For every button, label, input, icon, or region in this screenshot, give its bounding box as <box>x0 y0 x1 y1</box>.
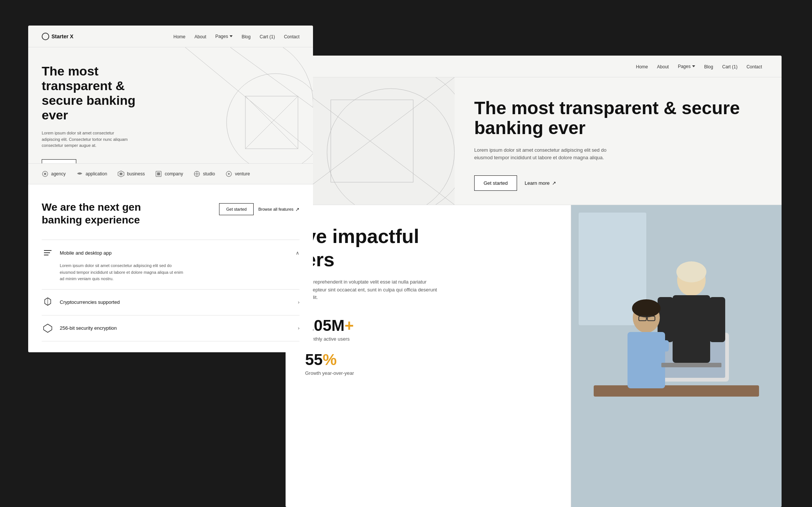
svg-rect-21 <box>661 363 721 367</box>
feature-item-mobile[interactable]: Mobile and desktop app ∧ Lorem ipsum dol… <box>42 240 299 290</box>
brand-label-application: application <box>86 171 107 177</box>
svg-point-26 <box>227 74 313 164</box>
back-nav-home[interactable]: Home <box>636 64 648 69</box>
feature-item-security[interactable]: 256-bit security encryption › <box>42 315 299 341</box>
brand-item-business[interactable]: business <box>118 171 145 177</box>
front-hero-geometry <box>155 47 313 164</box>
features-header: We are the next gen banking experience G… <box>42 201 299 226</box>
front-nav-pages-link[interactable]: Pages <box>215 34 228 39</box>
back-nav-cart[interactable]: Cart (1) <box>722 64 738 69</box>
back-nav-pages[interactable]: Pages <box>678 64 695 69</box>
security-icon <box>42 322 54 334</box>
business-icon <box>118 171 124 177</box>
mobile-app-label: Mobile and desktop app <box>60 250 112 256</box>
front-nav: Starter X Home About Pages Blog Cart (1)… <box>28 26 313 47</box>
back-nav: Home About Pages Blog Cart (1) Contact <box>286 56 782 77</box>
front-brand-bar: agency application business company <box>28 164 313 184</box>
back-nav-contact[interactable]: Contact <box>747 64 762 69</box>
logo-icon <box>42 33 49 40</box>
security-chevron: › <box>298 325 299 331</box>
brand-item-venture[interactable]: venture <box>225 171 250 177</box>
mobile-app-icon <box>42 247 54 259</box>
front-nav-logo[interactable]: Starter X <box>42 33 73 40</box>
svg-rect-35 <box>157 172 160 175</box>
back-hero-subtitle: Lorem ipsum dolor sit amet consectetur a… <box>474 146 609 162</box>
front-nav-blog[interactable]: Blog <box>242 34 251 39</box>
application-icon <box>76 171 83 177</box>
stat-value-0: 205M+ <box>305 317 551 335</box>
back-hero-actions: Get started Learn more ↗ <box>474 175 762 191</box>
brand-item-application[interactable]: application <box>76 171 107 177</box>
stat-plus-icon-0: + <box>345 317 354 334</box>
svg-marker-44 <box>44 324 52 332</box>
front-nav-cart[interactable]: Cart (1) <box>260 34 275 39</box>
front-hero-subtitle: Lorem ipsum dolor sit amet consectetur a… <box>42 130 132 149</box>
back-stats: 205M+ Monthly active users 55% Growth ye… <box>305 317 551 376</box>
office-photo <box>571 205 782 507</box>
agency-icon <box>42 171 48 177</box>
svg-marker-33 <box>119 172 122 175</box>
back-hero-text: The most transparent & secure banking ev… <box>455 77 782 205</box>
venture-icon <box>225 171 232 177</box>
svg-rect-6 <box>594 385 759 397</box>
svg-point-10 <box>676 261 706 282</box>
browse-features-arrow-icon: ↗ <box>295 207 299 212</box>
svg-point-15 <box>632 299 661 317</box>
feature-item-crypto-left: Cryptocurrencies supported <box>42 296 120 308</box>
brand-item-studio[interactable]: studio <box>194 171 215 177</box>
back-learn-more-button[interactable]: Learn more ↗ <box>525 180 556 186</box>
back-lower: ve impactful ers r in reprehenderit in v… <box>286 205 782 507</box>
back-lower-desc: r in reprehenderit in voluptate velit es… <box>305 278 448 302</box>
front-hero-actions: Get started Learn more ↗ <box>42 159 150 164</box>
feature-item-mobile-row: Mobile and desktop app ∧ <box>42 247 299 259</box>
crypto-label: Cryptocurrencies supported <box>60 299 120 305</box>
front-features: We are the next gen banking experience G… <box>28 184 313 352</box>
svg-rect-3 <box>331 100 413 182</box>
front-nav-pages[interactable]: Pages <box>215 34 233 39</box>
back-hero: The most transparent & secure banking ev… <box>286 77 782 205</box>
front-hero-text: The most transparent & secure banking ev… <box>28 47 163 163</box>
front-nav-contact[interactable]: Contact <box>284 34 299 39</box>
back-nav-pages-chevron <box>692 65 695 67</box>
front-hero: The most transparent & secure banking ev… <box>28 47 313 164</box>
brand-label-agency: agency <box>51 171 66 177</box>
svg-point-31 <box>44 173 46 175</box>
feature-item-crypto[interactable]: Cryptocurrencies supported › <box>42 290 299 315</box>
front-learn-more-link[interactable]: Learn more ↗ <box>82 162 109 164</box>
back-nav-pages-link[interactable]: Pages <box>678 64 691 69</box>
logo-text: Starter X <box>51 33 73 39</box>
front-nav-about[interactable]: About <box>195 34 206 39</box>
back-nav-blog[interactable]: Blog <box>704 64 713 69</box>
svg-point-0 <box>327 89 454 205</box>
front-nav-home[interactable]: Home <box>174 34 186 39</box>
features-get-started-button[interactable]: Get started <box>219 203 254 215</box>
mobile-app-desc: Lorem ipsum dolor sit amet consectetur a… <box>60 263 188 282</box>
back-nav-about[interactable]: About <box>657 64 669 69</box>
svg-rect-11 <box>673 295 710 363</box>
stat-item-1: 55% Growth year-over-year <box>305 351 551 376</box>
svg-line-25 <box>230 47 313 107</box>
mobile-app-chevron: ∧ <box>296 250 299 256</box>
brand-item-company[interactable]: company <box>155 171 183 177</box>
back-learn-more-arrow: ↗ <box>552 180 556 186</box>
back-get-started-button[interactable]: Get started <box>474 175 517 191</box>
back-hero-title: The most transparent & secure banking ev… <box>474 98 762 138</box>
back-left-panel: ve impactful ers r in reprehenderit in v… <box>286 205 571 507</box>
svg-rect-20 <box>639 340 669 352</box>
stat-label-0: Monthly active users <box>305 336 551 342</box>
browse-all-features-link[interactable]: Browse all features ↗ <box>258 207 299 212</box>
back-office-photo-panel <box>571 205 782 507</box>
back-partial-title: ve impactful ers <box>305 225 551 272</box>
brand-item-agency[interactable]: agency <box>42 171 66 177</box>
front-get-started-button[interactable]: Get started <box>42 159 76 164</box>
brand-label-company: company <box>165 171 183 177</box>
svg-rect-13 <box>709 297 725 342</box>
crypto-chevron: › <box>298 299 299 305</box>
stat-value-1: 55% <box>305 351 551 369</box>
studio-icon <box>194 171 200 177</box>
back-card: Home About Pages Blog Cart (1) Contact <box>286 56 782 507</box>
brand-label-venture: venture <box>235 171 250 177</box>
brand-label-business: business <box>127 171 145 177</box>
front-hero-title: The most transparent & secure banking ev… <box>42 64 150 122</box>
features-list: Mobile and desktop app ∧ Lorem ipsum dol… <box>42 240 299 341</box>
